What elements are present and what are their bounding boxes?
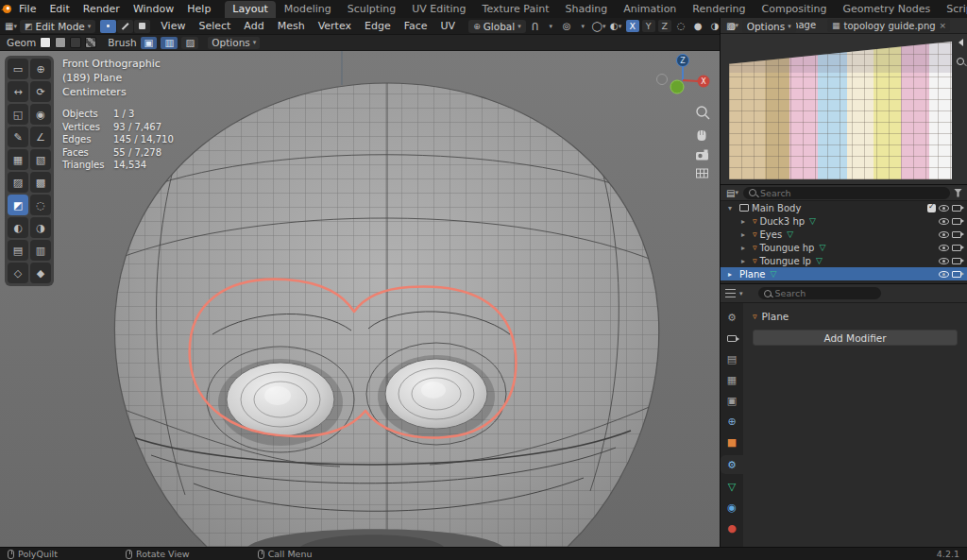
visibility-dropdown-icon[interactable]: ◯▾ [592, 20, 606, 33]
disable-render-icon[interactable] [952, 218, 961, 225]
options-dropdown[interactable]: Options ▾ [742, 20, 796, 33]
tab-object[interactable]: ■ [722, 434, 741, 450]
bevel-tool[interactable]: ▨ [8, 172, 28, 193]
tab-modeling[interactable]: Modeling [277, 1, 339, 18]
tab-shading[interactable]: Shading [558, 1, 616, 18]
tab-rendering[interactable]: Rendering [685, 1, 753, 18]
zoom-icon[interactable] [957, 58, 964, 65]
mirror-x-toggle[interactable]: X [626, 20, 639, 32]
proportional-falloff-dropdown[interactable]: ▾ [576, 20, 590, 33]
collapse-region-icon[interactable] [959, 39, 963, 46]
hide-viewport-icon[interactable] [939, 258, 949, 264]
measure-tool[interactable]: ∠ [30, 127, 51, 147]
properties-search[interactable] [758, 287, 881, 299]
tab-view-layer[interactable]: ▦ [722, 372, 741, 388]
mirror-y-toggle[interactable]: Y [642, 20, 655, 32]
zoom-icon[interactable] [697, 107, 709, 119]
tab-geometry-nodes[interactable]: Geometry Nodes [835, 1, 938, 18]
tab-texture-paint[interactable]: Texture Paint [475, 1, 557, 18]
hide-viewport-icon[interactable] [939, 245, 949, 251]
expand-icon[interactable]: ▸ [741, 257, 750, 265]
tab-tool[interactable]: ⚙ [722, 310, 741, 326]
outliner-row-toungue-lp[interactable]: ▸ ▿ Toungue lp ▽ [721, 254, 967, 267]
menu-select[interactable]: Select [193, 18, 236, 35]
shading-solid-icon[interactable]: ● [691, 20, 705, 33]
outliner-row-eyes[interactable]: ▸ ▿ Eyes ▽ [721, 228, 967, 241]
tab-output[interactable]: ▤ [722, 351, 741, 367]
disable-render-icon[interactable] [952, 245, 961, 251]
snap-settings-dropdown[interactable]: ▾ [544, 20, 558, 33]
polyquilt-tool[interactable]: ◩ [8, 195, 28, 215]
properties-search-input[interactable] [775, 288, 875, 298]
filter-icon[interactable] [954, 189, 962, 197]
snap-magnet-icon[interactable]: U [528, 20, 542, 33]
tab-physics[interactable]: ◉ [722, 500, 741, 516]
menu-face[interactable]: Face [399, 18, 433, 35]
menu-edge[interactable]: Edge [359, 18, 397, 35]
shear-tool[interactable]: ◇ [8, 263, 28, 283]
brush-mode-button-1[interactable]: ▣ [141, 37, 158, 49]
tab-scripting[interactable]: Scripting [939, 1, 967, 18]
menu-uv[interactable]: UV [435, 18, 462, 35]
disable-render-icon[interactable] [952, 271, 961, 278]
spin-tool[interactable]: ◐ [8, 217, 28, 238]
shrink-fatten-tool[interactable]: ▥ [30, 240, 51, 261]
tab-layout[interactable]: Layout [225, 1, 275, 18]
pan-hand-icon[interactable] [698, 130, 706, 141]
geom-swatch-dark[interactable] [70, 37, 81, 48]
annotate-tool[interactable]: ✎ [8, 127, 28, 147]
extrude-tool[interactable]: ▦ [8, 149, 28, 170]
brush-mode-button-3[interactable]: ▨ [181, 37, 198, 49]
tab-uv-editing[interactable]: UV Editing [404, 1, 473, 18]
expand-icon[interactable]: ▸ [741, 217, 750, 226]
cursor-tool[interactable]: ⊕ [30, 59, 51, 79]
image-editor-canvas[interactable] [721, 34, 967, 184]
hide-viewport-icon[interactable] [939, 271, 949, 278]
expand-icon[interactable]: ▸ [741, 230, 750, 239]
disable-render-icon[interactable] [952, 231, 961, 238]
menu-mesh[interactable]: Mesh [272, 18, 311, 35]
edge-select-button[interactable] [117, 20, 133, 33]
brush-mode-button-2[interactable]: ▥ [161, 37, 178, 49]
collection-checkbox[interactable] [927, 204, 936, 212]
grid-ortho-icon[interactable] [697, 169, 708, 178]
menu-file[interactable]: File [12, 0, 42, 18]
shading-wireframe-icon[interactable]: ◌ [674, 20, 688, 33]
poly-build-tool[interactable]: ◌ [30, 195, 51, 215]
menu-view[interactable]: View [155, 18, 191, 35]
transform-tool[interactable]: ◉ [30, 104, 51, 125]
hide-viewport-icon[interactable] [939, 231, 949, 238]
menu-edit[interactable]: Edit [42, 0, 76, 18]
tab-world[interactable]: ⊕ [722, 414, 741, 430]
menu-render[interactable]: Render [76, 0, 127, 18]
outliner-row-plane-selected[interactable]: ▸ Plane ▽ [721, 267, 967, 280]
vertex-select-button[interactable] [100, 20, 116, 33]
expand-icon[interactable]: ▸ [728, 270, 737, 279]
tab-material[interactable]: ● [722, 520, 741, 536]
menu-vertex[interactable]: Vertex [313, 18, 357, 35]
outliner-search[interactable] [743, 187, 950, 199]
outliner-search-input[interactable] [760, 188, 944, 198]
outliner-row-duck3-hp[interactable]: ▸ ▿ Duck3 hp ▽ [721, 214, 967, 228]
unlink-image-icon[interactable]: × [940, 21, 947, 30]
expand-icon[interactable]: ▸ [741, 244, 750, 252]
viewport-3d[interactable]: Z X [0, 51, 720, 547]
transform-orientation-selector[interactable]: ⊕ Global ▾ [468, 20, 526, 33]
outliner-row-main-body[interactable]: ▾ Main Body [721, 201, 967, 214]
tab-modifiers[interactable]: ⚙ [721, 455, 743, 474]
tab-scene[interactable]: ▣ [722, 393, 741, 409]
face-select-button[interactable] [134, 20, 150, 33]
geom-swatch-checker[interactable] [85, 37, 96, 48]
blender-logo-icon[interactable] [0, 3, 12, 15]
smooth-tool[interactable]: ◑ [30, 217, 51, 238]
editor-type-icon[interactable]: ▦▾ [4, 20, 18, 33]
shading-material-icon[interactable]: ◑ [708, 20, 722, 33]
tab-sculpting[interactable]: Sculpting [340, 1, 403, 18]
proportional-editing-icon[interactable]: ◎ [560, 20, 574, 33]
expand-icon[interactable]: ▾ [728, 204, 737, 212]
rotate-tool[interactable]: ⟳ [30, 81, 51, 102]
rip-region-tool[interactable]: ◆ [30, 263, 51, 283]
disable-render-icon[interactable] [952, 258, 961, 264]
gizmos-dropdown-icon[interactable]: ◐▾ [609, 20, 623, 33]
geom-swatch-gray[interactable] [55, 37, 66, 48]
